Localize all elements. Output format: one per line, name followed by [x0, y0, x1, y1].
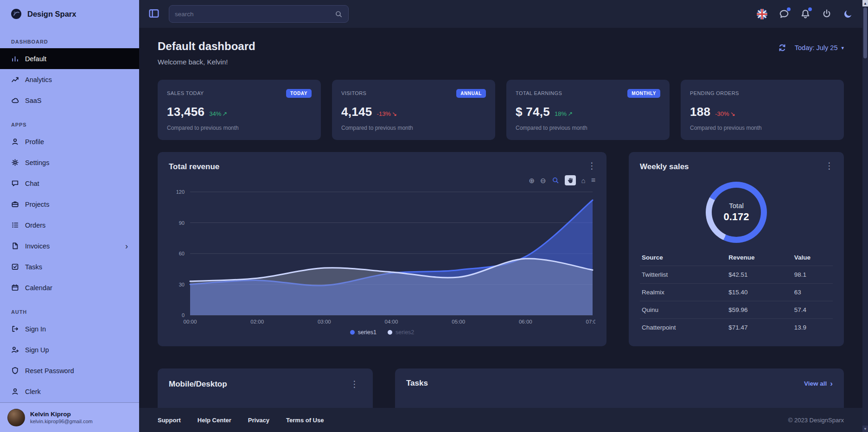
zoom-out-icon[interactable]: ⊖: [540, 177, 546, 184]
donut-center-label: Total: [729, 202, 744, 210]
sidebar-item-settings[interactable]: Settings: [0, 152, 139, 173]
card-title: Tasks: [406, 379, 428, 388]
kebab-menu-icon[interactable]: ⋮: [822, 160, 836, 171]
stat-card-sales-today: SALES TODAY TODAY 13,456 34%↗ Compared t…: [158, 80, 321, 140]
scrollbar-down-button[interactable]: ▼: [862, 426, 868, 432]
sidebar-item-sign-in[interactable]: Sign In: [0, 318, 139, 339]
cell-value: 13.9: [792, 319, 833, 337]
sidebar-item-saas[interactable]: SaaS: [0, 90, 139, 111]
cloud-icon: [11, 96, 19, 104]
tasks-card: Tasks View all ›: [395, 368, 844, 408]
line-chart-icon: [11, 76, 19, 83]
footer-link-help-center[interactable]: Help Center: [198, 417, 231, 424]
sidebar-item-invoices[interactable]: Invoices ›: [0, 235, 139, 256]
stat-delta: 18%↗: [555, 110, 573, 117]
user-email: kelvin.kiprop96@gmail.com: [30, 419, 93, 424]
topbar: [139, 0, 862, 28]
donut-wrapper: Total 0.172: [640, 182, 833, 243]
stat-label: SALES TODAY: [167, 90, 204, 96]
sidebar-item-label: Projects: [25, 201, 49, 208]
sidebar-toggle-button[interactable]: [148, 8, 160, 20]
sidebar-item-calendar[interactable]: Calendar: [0, 277, 139, 298]
logout-button[interactable]: [822, 9, 832, 19]
charts-row: Total revenue ⋮ ⊕ ⊖ ⌂ ≡ 030609012000:000…: [158, 152, 844, 346]
zoom-in-icon[interactable]: ⊕: [529, 177, 535, 184]
stats-row: SALES TODAY TODAY 13,456 34%↗ Compared t…: [158, 80, 844, 140]
svg-text:02:00: 02:00: [250, 319, 264, 324]
notifications-button[interactable]: [800, 9, 811, 19]
table-row: Quinu $59.96 57.4: [640, 301, 833, 319]
sidebar-item-analytics[interactable]: Analytics: [0, 69, 139, 90]
page-header: Default dashboard Welcome back, Kelvin! …: [158, 40, 844, 66]
svg-text:90: 90: [179, 220, 185, 226]
stat-value: 188: [690, 105, 710, 119]
messages-button[interactable]: [779, 9, 789, 19]
notification-dot: [808, 7, 812, 11]
sidebar-item-projects[interactable]: Projects: [0, 194, 139, 215]
search-icon[interactable]: [335, 10, 343, 18]
legend-dot: [388, 330, 392, 335]
briefcase-icon: [11, 200, 19, 208]
kebab-menu-icon[interactable]: ⋮: [585, 160, 599, 171]
footer-link-privacy[interactable]: Privacy: [248, 417, 269, 424]
home-icon[interactable]: ⌂: [581, 177, 586, 184]
nav-section-apps: APPS: [11, 122, 128, 127]
stat-note: Compared to previous month: [167, 125, 312, 131]
sidebar-item-profile[interactable]: Profile: [0, 131, 139, 152]
sidebar-item-label: Invoices: [25, 242, 50, 250]
stat-label: TOTAL EARNINGS: [516, 90, 562, 96]
chevron-down-icon: ▾: [841, 45, 844, 51]
svg-text:05:00: 05:00: [452, 319, 465, 324]
weekly-donut-ring: Total 0.172: [706, 182, 767, 243]
svg-text:06:00: 06:00: [519, 319, 532, 324]
date-dropdown[interactable]: Today: July 25 ▾: [795, 44, 844, 51]
footer-link-terms[interactable]: Terms of Use: [286, 417, 324, 424]
page-subtitle: Welcome back, Kelvin!: [158, 58, 255, 66]
legend-series1[interactable]: series1: [350, 329, 377, 336]
weekly-sales-card: Weekly sales ⋮ Total 0.172 Source Rev: [629, 152, 844, 346]
sidebar-user-card[interactable]: Kelvin Kiprop kelvin.kiprop96@gmail.com: [0, 402, 139, 432]
sidebar-item-label: Analytics: [25, 76, 52, 83]
sidebar-item-default[interactable]: Default: [0, 48, 139, 69]
notification-dot: [787, 7, 791, 11]
list-icon: [11, 221, 19, 229]
sidebar-item-clerk[interactable]: Clerk: [0, 381, 139, 402]
app-logo[interactable]: Design Sparx: [0, 0, 139, 28]
uk-flag-icon[interactable]: [756, 8, 768, 20]
weekly-sales-table: Source Revenue Value Twitterlist $42.51 …: [640, 249, 833, 336]
legend-series2[interactable]: series2: [388, 329, 414, 336]
svg-text:00:00: 00:00: [184, 319, 197, 324]
menu-icon[interactable]: ≡: [591, 177, 595, 184]
scrollbar-up-button[interactable]: ▲: [862, 0, 868, 6]
bottom-row: Mobile/Desktop ⋮ Tasks View all ›: [158, 368, 844, 408]
sidebar-item-reset-password[interactable]: Reset Password: [0, 360, 139, 381]
zoom-selection-icon[interactable]: [552, 177, 559, 184]
sidebar-item-label: Tasks: [25, 263, 42, 271]
sidebar-item-sign-up[interactable]: Sign Up: [0, 339, 139, 360]
app-root: Design Sparx DASHBOARD Default Analytics…: [0, 0, 868, 432]
search-input[interactable]: [175, 11, 331, 18]
view-all-link[interactable]: View all ›: [804, 380, 833, 388]
svg-text:03:00: 03:00: [318, 319, 331, 324]
table-header-row: Source Revenue Value: [640, 249, 833, 266]
kebab-menu-icon[interactable]: ⋮: [347, 379, 362, 389]
sidebar-item-chat[interactable]: Chat: [0, 173, 139, 194]
sidebar-item-label: Profile: [25, 138, 44, 146]
invoice-icon: [11, 242, 19, 250]
footer-link-support[interactable]: Support: [158, 417, 181, 424]
sidebar-item-tasks[interactable]: Tasks: [0, 256, 139, 277]
chevron-right-icon: ›: [125, 242, 128, 250]
theme-toggle-button[interactable]: [843, 9, 853, 19]
sidebar-item-label: Sign Up: [25, 346, 49, 354]
sidebar-toggle-icon: [148, 8, 160, 19]
chevron-right-icon: ›: [830, 380, 833, 388]
stat-badge: MONTHLY: [627, 89, 660, 98]
sidebar-item-orders[interactable]: Orders: [0, 215, 139, 235]
cell-revenue: $15.40: [727, 284, 792, 301]
bar-chart-icon: [11, 55, 19, 63]
svg-text:30: 30: [179, 282, 185, 287]
scrollbar-thumb[interactable]: [863, 7, 867, 58]
pan-tool-button[interactable]: [565, 175, 576, 185]
page-title: Default dashboard: [158, 40, 255, 53]
refresh-button[interactable]: [778, 44, 786, 52]
